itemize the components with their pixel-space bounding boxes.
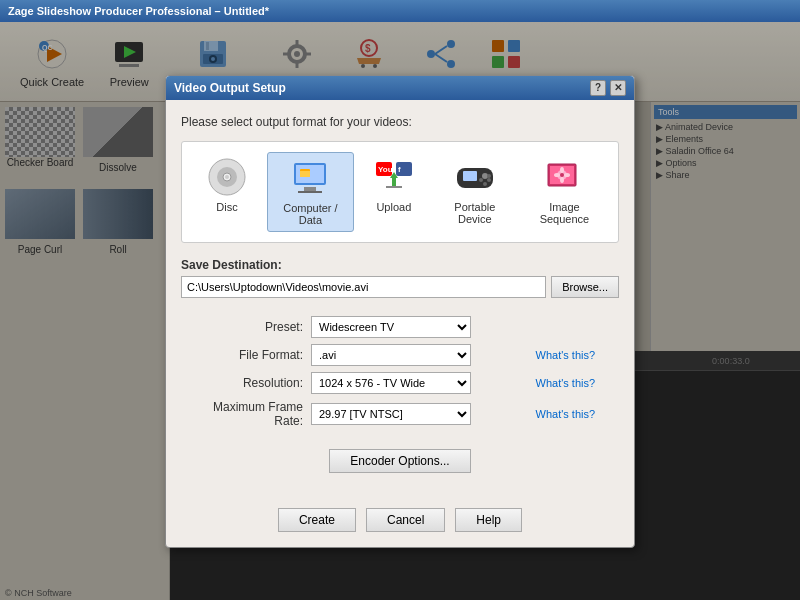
svg-rect-47 <box>392 178 396 186</box>
svg-point-54 <box>483 182 487 186</box>
svg-point-53 <box>479 178 483 182</box>
save-destination-row: Save Destination: Browse... <box>181 258 619 298</box>
frame-rate-label: Maximum Frame Rate: <box>213 400 303 428</box>
settings-table: Preset: Widescreen TV Standard TV HD 720… <box>181 310 619 434</box>
svg-rect-41 <box>300 171 310 177</box>
format-computer-data[interactable]: Computer / Data <box>267 152 354 232</box>
svg-point-55 <box>487 174 491 178</box>
file-format-select[interactable]: .avi .mp4 .wmv <box>311 344 471 366</box>
resolution-whats-this-cell: What's this? <box>528 372 619 394</box>
dialog-title: Video Output Setup <box>174 81 286 95</box>
file-format-whats-this[interactable]: What's this? <box>536 349 596 361</box>
dialog-body: Please select output format for your vid… <box>166 100 634 498</box>
frame-rate-row: Maximum Frame Rate: 29.97 [TV NTSC] 25 [… <box>181 400 619 428</box>
modal-overlay: Video Output Setup ? ✕ Please select out… <box>0 22 800 600</box>
create-button[interactable]: Create <box>278 508 356 532</box>
app-title: Zage Slideshow Producer Professional – U… <box>8 5 269 17</box>
svg-rect-38 <box>304 187 316 191</box>
preset-select[interactable]: Widescreen TV Standard TV HD 720p <box>311 316 471 338</box>
frame-rate-select[interactable]: 29.97 [TV NTSC] 25 [TV PAL] 30 <box>311 403 471 425</box>
portable-device-label: Portable Device <box>439 201 511 225</box>
save-destination-input[interactable] <box>181 276 546 298</box>
file-format-row: File Format: .avi .mp4 .wmv What's this? <box>181 344 619 366</box>
svg-point-35 <box>225 175 229 179</box>
disc-label: Disc <box>216 201 237 213</box>
resolution-label: Resolution: <box>243 376 303 390</box>
svg-rect-48 <box>386 186 402 188</box>
resolution-value-cell: 1024 x 576 - TV Wide 1280 x 720 1920 x 1… <box>311 372 528 394</box>
svg-rect-39 <box>298 191 322 193</box>
dialog-help-button[interactable]: ? <box>590 80 606 96</box>
dialog-title-controls: ? ✕ <box>590 80 626 96</box>
cancel-button[interactable]: Cancel <box>366 508 445 532</box>
format-portable-device[interactable]: Portable Device <box>434 152 516 232</box>
format-disc[interactable]: Disc <box>192 152 262 232</box>
svg-text:You: You <box>378 165 393 174</box>
frame-rate-whats-this[interactable]: What's this? <box>536 408 596 420</box>
svg-point-60 <box>560 167 564 173</box>
frame-rate-value-cell: 29.97 [TV NTSC] 25 [TV PAL] 30 <box>311 400 528 428</box>
image-sequence-label: Image Sequence <box>526 201 603 225</box>
dialog-footer: Create Cancel Help <box>166 498 634 547</box>
image-sequence-icon <box>540 157 588 197</box>
resolution-whats-this[interactable]: What's this? <box>536 377 596 389</box>
format-icons-container: Disc <box>181 141 619 243</box>
resolution-label-cell: Resolution: <box>181 372 311 394</box>
video-output-dialog: Video Output Setup ? ✕ Please select out… <box>165 75 635 548</box>
file-format-value-cell: .avi .mp4 .wmv <box>311 344 528 366</box>
preset-label-cell: Preset: <box>181 316 311 338</box>
upload-label: Upload <box>376 201 411 213</box>
resolution-select[interactable]: 1024 x 576 - TV Wide 1280 x 720 1920 x 1… <box>311 372 471 394</box>
svg-point-61 <box>560 177 564 183</box>
frame-rate-whats-this-cell: What's this? <box>528 400 619 428</box>
dialog-close-button[interactable]: ✕ <box>610 80 626 96</box>
title-bar: Zage Slideshow Producer Professional – U… <box>0 0 800 22</box>
computer-data-label: Computer / Data <box>273 202 348 226</box>
format-upload[interactable]: You f Upload <box>359 152 429 232</box>
upload-icon: You f <box>370 157 418 197</box>
browse-button[interactable]: Browse... <box>551 276 619 298</box>
svg-point-52 <box>487 178 491 182</box>
svg-text:f: f <box>398 165 401 174</box>
dialog-subtitle: Please select output format for your vid… <box>181 115 619 129</box>
disc-icon <box>203 157 251 197</box>
preset-whats-this-cell <box>528 316 619 338</box>
portable-device-icon <box>451 157 499 197</box>
dialog-title-bar: Video Output Setup ? ✕ <box>166 76 634 100</box>
resolution-row: Resolution: 1024 x 576 - TV Wide 1280 x … <box>181 372 619 394</box>
format-image-sequence[interactable]: Image Sequence <box>521 152 608 232</box>
frame-rate-label-cell: Maximum Frame Rate: <box>181 400 311 428</box>
computer-data-icon <box>286 158 334 198</box>
preset-row: Preset: Widescreen TV Standard TV HD 720… <box>181 316 619 338</box>
file-format-label: File Format: <box>239 348 303 362</box>
file-format-label-cell: File Format: <box>181 344 311 366</box>
save-dest-input-row: Browse... <box>181 276 619 298</box>
svg-rect-50 <box>463 171 477 181</box>
help-button[interactable]: Help <box>455 508 522 532</box>
file-format-whats-this-cell: What's this? <box>528 344 619 366</box>
preset-label: Preset: <box>265 320 303 334</box>
save-destination-label: Save Destination: <box>181 258 619 272</box>
svg-point-63 <box>564 173 570 177</box>
svg-point-62 <box>554 173 560 177</box>
encoder-options-button[interactable]: Encoder Options... <box>329 449 470 473</box>
preset-value-cell: Widescreen TV Standard TV HD 720p <box>311 316 528 338</box>
svg-point-59 <box>560 173 564 177</box>
